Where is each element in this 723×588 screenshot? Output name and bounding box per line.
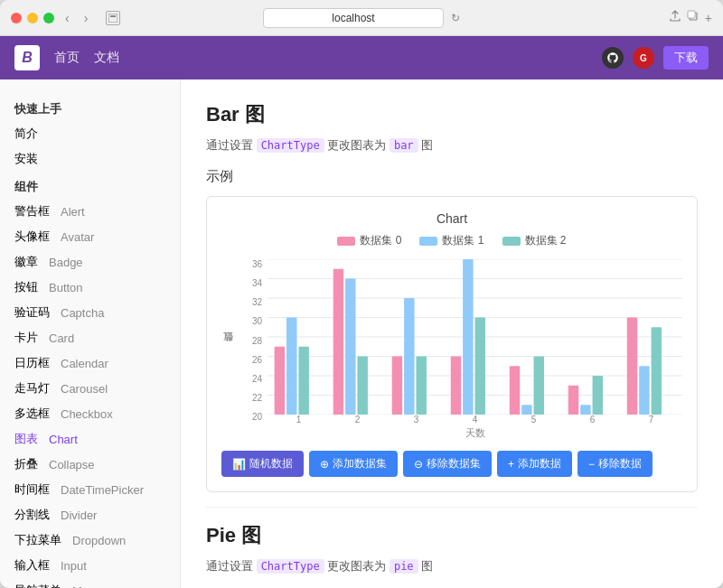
y-label-22: 22: [242, 393, 262, 403]
sidebar-item-badge[interactable]: 徽章 Badge: [0, 249, 180, 275]
share-button[interactable]: [669, 10, 681, 25]
svg-rect-3: [688, 11, 695, 18]
legend-color-1: [419, 237, 437, 246]
add-data-button[interactable]: + 添加数据: [497, 451, 572, 477]
app-header: B 首页 文档 G 下载: [0, 36, 723, 79]
sidebar-item-alert[interactable]: 警告框 Alert: [0, 199, 180, 224]
header-right: G 下载: [602, 46, 709, 70]
chart-buttons: 📊 随机数据 ⊕ 添加数据集 ⊖ 移除数据集 + 添加数据: [221, 451, 682, 477]
legend-label-1: 数据集 1: [442, 233, 484, 248]
svg-rect-27: [534, 357, 544, 415]
sidebar-item-avatar[interactable]: 头像框 Avatar: [0, 224, 180, 249]
download-button[interactable]: 下载: [663, 46, 709, 70]
browser-window: ‹ › localhost ↻ + B 首页 文档: [0, 0, 723, 588]
add-dataset-button[interactable]: ⊕ 添加数据集: [309, 451, 398, 477]
forward-button[interactable]: ›: [80, 9, 92, 27]
sidebar-item-collapse[interactable]: 折叠 Collapse: [0, 452, 180, 477]
sidebar-item-input[interactable]: 输入框 Input: [0, 553, 180, 578]
y-label-24: 24: [242, 374, 262, 384]
x-axis-title: 天数: [268, 426, 682, 440]
section-divider: [206, 507, 698, 508]
svg-rect-26: [521, 405, 531, 415]
titlebar: ‹ › localhost ↻ +: [0, 0, 723, 36]
svg-rect-33: [652, 327, 662, 415]
refresh-button[interactable]: ↻: [451, 12, 460, 24]
svg-rect-29: [580, 405, 590, 415]
x-label-5: 5: [504, 415, 563, 425]
github-icon[interactable]: [602, 47, 624, 69]
x-axis-labels: 1 2 3 4 5 6 7: [268, 415, 682, 425]
legend-item-0: 数据集 0: [337, 233, 401, 248]
y-label-32: 32: [242, 297, 262, 307]
sidebar-item-captcha[interactable]: 验证码 Captcha: [0, 300, 180, 325]
bar-example-label: 示例: [206, 168, 698, 185]
y-label-26: 26: [242, 355, 262, 365]
remove-data-icon: −: [588, 458, 595, 471]
svg-rect-13: [275, 347, 285, 415]
sidebar-item-intro[interactable]: 简介: [0, 121, 180, 146]
svg-rect-16: [333, 269, 343, 415]
svg-rect-0: [108, 14, 117, 23]
bar-chart-svg-el: [268, 259, 682, 415]
nav-home[interactable]: 首页: [54, 50, 80, 66]
legend-label-2: 数据集 2: [525, 233, 567, 248]
remove-data-button[interactable]: − 移除数据: [577, 451, 653, 477]
sidebar-section-components: 组件: [0, 172, 180, 199]
random-data-button[interactable]: 📊 随机数据: [221, 451, 304, 477]
remove-dataset-button[interactable]: ⊖ 移除数据集: [403, 451, 492, 477]
sidebar-item-carousel[interactable]: 走马灯 Carousel: [0, 376, 180, 401]
svg-rect-17: [345, 279, 355, 415]
svg-rect-14: [286, 318, 296, 415]
y-label-34: 34: [242, 278, 262, 288]
sidebar-item-install[interactable]: 安装: [0, 146, 180, 172]
window-icon: [106, 11, 120, 25]
bar-chart-box: Chart 数据集 0 数据集 1 数据集 2: [206, 196, 698, 492]
add-data-icon: +: [508, 458, 514, 471]
y-label-36: 36: [242, 259, 262, 269]
svg-rect-15: [298, 347, 308, 415]
y-axis-title-container: 数值: [221, 259, 239, 440]
sidebar-item-chart[interactable]: 图表 Chart: [0, 426, 180, 452]
add-set-icon: ⊕: [320, 458, 329, 471]
sidebar-item-checkbox[interactable]: 多选框 Checkbox: [0, 401, 180, 426]
sidebar-item-card[interactable]: 卡片 Card: [0, 325, 180, 350]
svg-rect-1: [110, 15, 116, 17]
pie-section-title: Pie 图: [206, 522, 698, 549]
url-bar[interactable]: localhost: [263, 8, 444, 28]
sidebar-item-divider[interactable]: 分割线 Divider: [0, 502, 180, 527]
x-label-4: 4: [446, 415, 504, 425]
bar-chart-svg: [268, 259, 682, 415]
gitee-icon[interactable]: G: [633, 47, 654, 69]
sidebar-item-datetimepicker[interactable]: 时间框 DateTimePicker: [0, 477, 180, 502]
bar-section-title: Bar 图: [206, 101, 698, 128]
brand-logo: B: [14, 45, 40, 70]
duplicate-button[interactable]: [687, 10, 700, 25]
legend-label-0: 数据集 0: [360, 233, 401, 248]
back-button[interactable]: ‹: [61, 9, 73, 27]
charttype-code-1: ChartType: [257, 138, 324, 153]
sidebar-item-button[interactable]: 按钮 Button: [0, 275, 180, 300]
content-area: Bar 图 通过设置 ChartType 更改图表为 bar 图 示例 Char…: [181, 79, 723, 588]
svg-rect-21: [416, 357, 426, 415]
close-button[interactable]: [11, 13, 22, 23]
svg-rect-22: [451, 357, 461, 415]
x-label-1: 1: [269, 415, 328, 425]
x-label-7: 7: [622, 415, 681, 425]
nav-docs[interactable]: 文档: [94, 50, 119, 66]
sidebar-item-menu[interactable]: 导航菜单 Menu: [0, 578, 180, 588]
y-label-30: 30: [242, 316, 262, 326]
svg-rect-23: [463, 259, 473, 415]
chart-plot-area: 1 2 3 4 5 6 7 天数: [268, 259, 682, 440]
maximize-button[interactable]: [43, 13, 54, 23]
y-label-28: 28: [242, 336, 262, 346]
svg-rect-30: [593, 376, 603, 415]
sidebar-item-dropdown[interactable]: 下拉菜单 Dropdown: [0, 527, 180, 553]
remove-set-icon: ⊖: [414, 458, 423, 471]
header-nav: 首页 文档: [54, 50, 119, 66]
svg-rect-18: [357, 357, 367, 415]
minimize-button[interactable]: [27, 13, 38, 23]
sidebar-item-calendar[interactable]: 日历框 Calendar: [0, 350, 180, 376]
svg-rect-31: [627, 318, 637, 415]
add-tab-button[interactable]: +: [705, 10, 712, 25]
svg-rect-25: [510, 366, 520, 415]
